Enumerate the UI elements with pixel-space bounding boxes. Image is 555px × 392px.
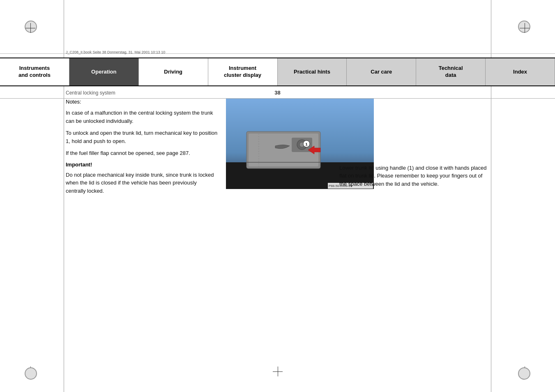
- section-title: Central locking system: [66, 90, 115, 96]
- content-area: Notes: In case of a malfunction in the c…: [66, 99, 489, 367]
- paragraph-fuel-filler: If the fuel filler flap cannot be opened…: [66, 149, 218, 157]
- svg-text:1: 1: [305, 142, 307, 146]
- paragraph-unlock: To unlock and open the trunk lid, turn m…: [66, 129, 218, 145]
- left-column: Notes: In case of a malfunction in the c…: [66, 99, 218, 199]
- tab-index-label: Index: [513, 69, 527, 76]
- sub-header: Central locking system 38: [0, 87, 555, 99]
- important-label: Important!: [66, 161, 218, 168]
- tab-index[interactable]: Index: [486, 58, 555, 85]
- tab-instruments-label: Instrumentsand controls: [18, 65, 51, 79]
- tab-instrument-cluster[interactable]: Instrumentcluster display: [208, 58, 278, 85]
- file-info: J_C208_II.book Seite 38 Donnerstag, 31. …: [66, 50, 165, 54]
- tab-operation[interactable]: Operation: [69, 58, 139, 85]
- notes-label: Notes:: [66, 99, 218, 105]
- tab-technical-data-label: Technicaldata: [439, 65, 463, 79]
- image-caption-text: Lower trunk lid using handle (1) and clo…: [339, 164, 487, 188]
- tab-car-care[interactable]: Car care: [347, 58, 416, 85]
- bottom-left-corner-circle: [25, 367, 37, 380]
- tab-technical-data[interactable]: Technicaldata: [416, 58, 486, 85]
- important-body-text: Do not place mechanical key inside trunk…: [66, 171, 218, 195]
- tab-driving[interactable]: Driving: [139, 58, 208, 85]
- page-number: 38: [274, 90, 280, 96]
- top-right-corner-circle: [518, 21, 530, 33]
- right-column: 1 P88.50-2009-26 Lower trunk lid using h…: [226, 99, 489, 189]
- paragraph-malfunction: In case of a malfunction in the central …: [66, 109, 218, 125]
- tab-car-care-label: Car care: [371, 69, 392, 76]
- tab-driving-label: Driving: [164, 69, 182, 76]
- tab-operation-label: Operation: [91, 69, 116, 76]
- tab-practical-hints[interactable]: Practical hints: [278, 58, 347, 85]
- tab-practical-hints-label: Practical hints: [294, 69, 330, 76]
- top-left-corner-circle: [25, 21, 37, 33]
- navigation-bar: Instrumentsand controls Operation Drivin…: [0, 58, 555, 86]
- tab-instruments-and-controls[interactable]: Instrumentsand controls: [0, 58, 69, 85]
- tab-instrument-cluster-label: Instrumentcluster display: [224, 65, 261, 79]
- bottom-right-corner-circle: [518, 367, 530, 380]
